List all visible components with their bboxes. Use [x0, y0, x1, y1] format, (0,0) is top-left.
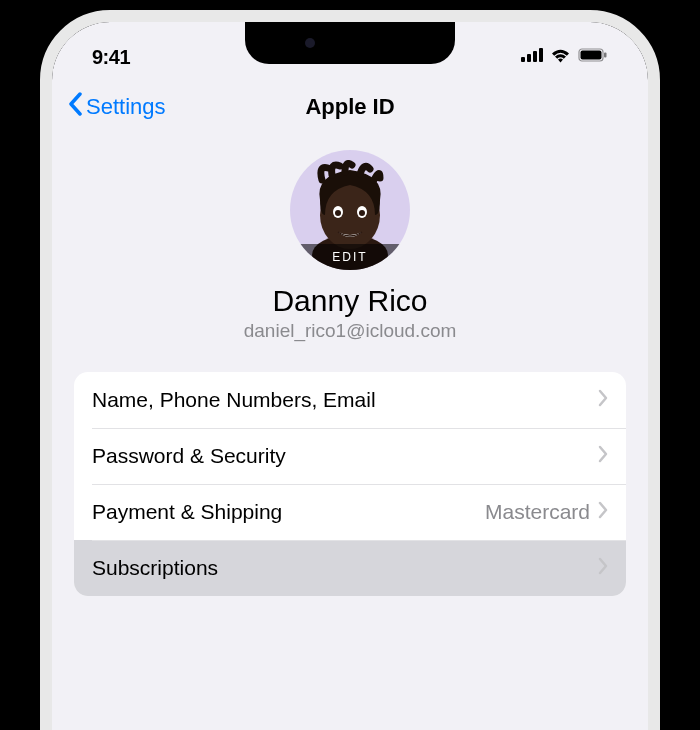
row-value: Mastercard — [485, 500, 590, 524]
svg-rect-6 — [604, 53, 607, 58]
svg-rect-0 — [521, 57, 525, 62]
user-email: daniel_rico1@icloud.com — [244, 320, 457, 342]
chevron-right-icon — [598, 500, 608, 524]
svg-rect-1 — [527, 54, 531, 62]
phone-frame: 9:41 Settings Apple ID — [40, 10, 660, 730]
cellular-icon — [521, 48, 543, 66]
row-label: Password & Security — [92, 444, 598, 468]
chevron-right-icon — [598, 388, 608, 412]
row-name-phone-email[interactable]: Name, Phone Numbers, Email — [74, 372, 626, 428]
status-icons — [521, 48, 608, 67]
camera-dot — [305, 38, 315, 48]
row-label: Name, Phone Numbers, Email — [92, 388, 598, 412]
status-time: 9:41 — [92, 46, 130, 69]
svg-rect-2 — [533, 51, 537, 62]
user-name: Danny Rico — [272, 284, 427, 318]
avatar-edit-label: EDIT — [290, 244, 410, 270]
row-subscriptions[interactable]: Subscriptions — [74, 540, 626, 596]
row-password-security[interactable]: Password & Security — [74, 428, 626, 484]
profile-section: EDIT Danny Rico daniel_rico1@icloud.com — [52, 140, 648, 372]
wifi-icon — [550, 48, 571, 67]
page-title: Apple ID — [305, 94, 394, 120]
svg-point-12 — [359, 210, 365, 216]
settings-group: Name, Phone Numbers, Email Password & Se… — [74, 372, 626, 596]
chevron-right-icon — [598, 444, 608, 468]
svg-rect-5 — [581, 51, 602, 60]
row-payment-shipping[interactable]: Payment & Shipping Mastercard — [74, 484, 626, 540]
chevron-right-icon — [598, 556, 608, 580]
row-label: Subscriptions — [92, 556, 598, 580]
back-button[interactable]: Settings — [68, 92, 166, 122]
chevron-left-icon — [68, 92, 82, 122]
notch — [245, 22, 455, 64]
row-label: Payment & Shipping — [92, 500, 485, 524]
battery-icon — [578, 48, 608, 66]
back-label: Settings — [86, 94, 166, 120]
nav-bar: Settings Apple ID — [52, 80, 648, 140]
screen: 9:41 Settings Apple ID — [52, 22, 648, 730]
avatar[interactable]: EDIT — [290, 150, 410, 270]
svg-rect-3 — [539, 48, 543, 62]
svg-point-11 — [335, 210, 341, 216]
